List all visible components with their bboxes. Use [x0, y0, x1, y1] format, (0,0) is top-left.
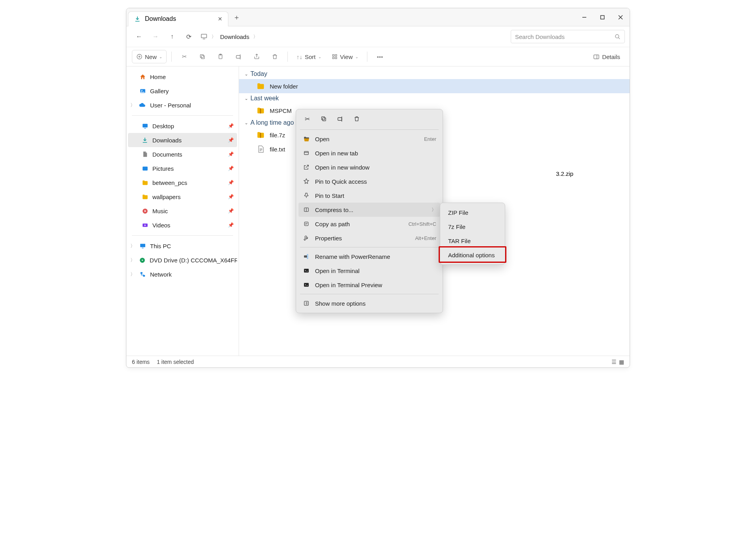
- submenu-zip[interactable]: ZIP File: [443, 205, 502, 220]
- tab-downloads[interactable]: Downloads ✕: [128, 11, 228, 26]
- refresh-button[interactable]: ⟳: [181, 30, 196, 44]
- submenu-additional-options[interactable]: Additional options: [443, 248, 502, 262]
- pin-icon: 📌: [228, 194, 234, 199]
- file-new-folder[interactable]: New folder: [239, 79, 630, 93]
- sidebar-downloads[interactable]: Downloads 📌: [128, 133, 237, 147]
- details-button[interactable]: Details: [589, 50, 624, 63]
- sort-button[interactable]: ↑↓ Sort ⌄: [293, 50, 325, 63]
- group-header-today[interactable]: ⌄ Today: [239, 69, 630, 79]
- ctx-rename-button[interactable]: [335, 113, 346, 124]
- search-input[interactable]: Search Downloads: [511, 30, 625, 43]
- list-view-button[interactable]: ☰: [611, 359, 617, 365]
- tab-icon: [302, 150, 310, 156]
- close-window-button[interactable]: [611, 8, 630, 26]
- ctx-pin-start[interactable]: Pin to Start: [298, 188, 440, 203]
- plus-circle-icon: [136, 54, 143, 60]
- minimize-button[interactable]: [575, 8, 593, 26]
- home-icon: [139, 73, 146, 80]
- chevron-right-icon: 〉: [130, 102, 135, 109]
- ctx-open[interactable]: Open Enter: [298, 132, 440, 146]
- sidebar-home[interactable]: Home: [128, 70, 237, 84]
- chevron-down-icon: ⌄: [245, 72, 248, 77]
- ctx-label: Show more options: [315, 300, 365, 307]
- ctx-open-new-window[interactable]: Open in new window: [298, 160, 440, 174]
- breadcrumb[interactable]: 〉 Downloads 〉: [200, 33, 510, 40]
- close-tab-icon[interactable]: ✕: [218, 16, 222, 22]
- svg-rect-29: [140, 272, 142, 273]
- cut-button[interactable]: ✂: [176, 50, 192, 63]
- back-button[interactable]: ←: [131, 30, 147, 44]
- sidebar-documents[interactable]: Documents 📌: [128, 147, 237, 161]
- submenu-tar[interactable]: TAR File: [443, 234, 502, 248]
- new-button[interactable]: New ⌄: [132, 50, 167, 63]
- up-button[interactable]: ↑: [164, 30, 180, 44]
- delete-button[interactable]: [267, 50, 283, 63]
- ctx-delete-button[interactable]: [351, 113, 362, 124]
- ctx-pin-quick[interactable]: Pin to Quick access: [298, 174, 440, 188]
- rename-button[interactable]: [231, 50, 246, 63]
- chevron-right-icon: 〉: [130, 257, 135, 264]
- document-icon: [141, 151, 148, 158]
- svg-rect-13: [335, 55, 337, 56]
- ctx-open-terminal[interactable]: Open in Terminal: [298, 264, 440, 278]
- sidebar-pictures[interactable]: Pictures 📌: [128, 161, 237, 175]
- ctx-show-more[interactable]: Show more options: [298, 296, 440, 310]
- forward-button[interactable]: →: [148, 30, 163, 44]
- group-header-last-week[interactable]: ⌄ Last week: [239, 93, 630, 103]
- ctx-compress[interactable]: Compress to... 〉: [298, 203, 440, 217]
- file-name: file.txt: [270, 146, 285, 153]
- sidebar-dvd-drive[interactable]: 〉 DVD Drive (D:) CCCOMA_X64FRE_EN: [128, 253, 237, 267]
- ctx-label: Open in new window: [315, 164, 369, 171]
- ctx-copy-path[interactable]: Copy as path Ctrl+Shift+C: [298, 217, 440, 231]
- sidebar-user-personal[interactable]: 〉 User - Personal: [128, 98, 237, 112]
- share-button[interactable]: [249, 50, 265, 63]
- sidebar-videos[interactable]: Videos 📌: [128, 218, 237, 232]
- ctx-open-new-tab[interactable]: Open in new tab: [298, 146, 440, 160]
- status-selected-count: 1 item selected: [157, 359, 194, 365]
- more-button[interactable]: •••: [372, 50, 388, 63]
- sidebar-between-pcs[interactable]: between_pcs 📌: [128, 175, 237, 190]
- copy-button[interactable]: [195, 50, 210, 63]
- ctx-power-rename[interactable]: Rename with PowerRename: [298, 249, 440, 264]
- separator: [300, 129, 439, 130]
- sidebar-desktop[interactable]: Desktop 📌: [128, 119, 237, 133]
- sidebar-wallpapers[interactable]: wallpapers 📌: [128, 190, 237, 204]
- details-label: Details: [602, 54, 620, 60]
- sidebar-item-label: Desktop: [152, 123, 174, 129]
- separator: [300, 294, 439, 294]
- grid-view-button[interactable]: ▦: [619, 359, 624, 365]
- breadcrumb-current[interactable]: Downloads: [220, 33, 249, 40]
- sidebar-item-label: Documents: [152, 151, 182, 158]
- terminal-icon: [302, 268, 310, 274]
- ctx-open-terminal-preview[interactable]: Open in Terminal Preview: [298, 278, 440, 292]
- ctx-copy-button[interactable]: [318, 113, 329, 124]
- ctx-properties[interactable]: Properties Alt+Enter: [298, 231, 440, 245]
- sidebar-music[interactable]: Music 📌: [128, 204, 237, 218]
- tab-title: Downloads: [145, 15, 176, 22]
- ctx-cut-button[interactable]: ✂: [302, 113, 313, 124]
- sidebar-gallery[interactable]: Gallery: [128, 84, 237, 98]
- sidebar-item-label: wallpapers: [152, 194, 181, 200]
- ctx-shortcut: Enter: [424, 136, 436, 142]
- svg-point-19: [141, 90, 142, 91]
- submenu-7z[interactable]: 7z File: [443, 220, 502, 234]
- svg-rect-20: [143, 124, 148, 127]
- sort-icon: ↑↓: [296, 54, 302, 60]
- cloud-icon: [139, 101, 146, 109]
- view-button[interactable]: View ⌄: [328, 50, 362, 63]
- separator: [367, 52, 367, 62]
- sidebar-network[interactable]: 〉 Network: [128, 267, 237, 281]
- svg-rect-14: [332, 57, 334, 59]
- sidebar-this-pc[interactable]: 〉 This PC: [128, 239, 237, 253]
- new-tab-button[interactable]: ＋: [233, 13, 240, 22]
- svg-rect-21: [144, 128, 146, 128]
- trash-icon: [272, 54, 278, 60]
- sidebar-item-label: between_pcs: [152, 179, 187, 186]
- paste-button[interactable]: [213, 50, 228, 63]
- scissors-icon: ✂: [182, 53, 187, 60]
- svg-rect-25: [140, 244, 145, 247]
- ctx-label: Open in new tab: [315, 150, 358, 157]
- separator: [300, 247, 439, 247]
- maximize-button[interactable]: [593, 8, 611, 26]
- file-name: MSPCM: [270, 107, 292, 114]
